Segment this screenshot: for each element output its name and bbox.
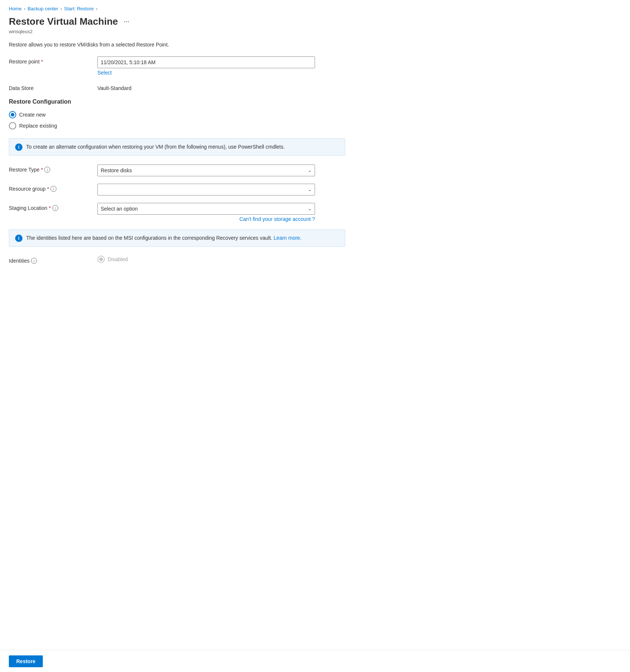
data-store-label: Data Store (9, 83, 97, 91)
page-title: Restore Virtual Machine (9, 16, 118, 27)
radio-create-new-circle (9, 111, 16, 118)
restore-button[interactable]: Restore (9, 655, 43, 667)
restore-type-dropdown-value: Restore disks (101, 167, 132, 173)
identities-disabled-radio: Disabled (97, 256, 345, 263)
radio-create-new-label: Create new (19, 112, 46, 118)
breadcrumb: Home › Backup center › Start: Restore › (9, 6, 345, 11)
restore-configuration-heading: Restore Configuration (9, 98, 345, 105)
restore-point-field-group: Select (97, 56, 345, 76)
footer-bar: Restore (0, 650, 630, 672)
restore-type-dropdown[interactable]: Restore disks ⌄ (97, 164, 315, 176)
resource-group-info-icon: i (51, 186, 56, 192)
breadcrumb-sep-1: › (24, 6, 25, 11)
staging-location-chevron-icon: ⌄ (308, 206, 312, 211)
breadcrumb-backup-center[interactable]: Backup center (28, 6, 58, 11)
page-title-row: Restore Virtual Machine ··· (9, 16, 345, 27)
restore-point-label: Restore point * (9, 56, 97, 65)
info-banner-2: i The identities listed here are based o… (9, 229, 345, 247)
identities-info-icon: i (31, 258, 37, 264)
breadcrumb-sep-3: › (96, 6, 97, 11)
info-banner-1-icon: i (15, 143, 22, 151)
radio-create-new[interactable]: Create new (9, 111, 345, 118)
page-subtitle: winsqleus2 (9, 29, 345, 34)
data-store-row: Data Store Vault-Standard (9, 83, 345, 91)
radio-replace-existing[interactable]: Replace existing (9, 122, 345, 129)
staging-location-row: Staging Location * i Select an option ⌄ … (9, 203, 345, 222)
staging-location-info-icon: i (52, 205, 58, 211)
restore-type-row: Restore Type * i Restore disks ⌄ (9, 164, 345, 176)
identities-label: Identities i (9, 256, 97, 264)
resource-group-dropdown[interactable]: ⌄ (97, 184, 315, 195)
ellipsis-button[interactable]: ··· (122, 17, 132, 26)
resource-group-row: Resource group * i ⌄ (9, 184, 345, 195)
restore-point-required: * (41, 59, 43, 65)
restore-point-row: Restore point * Select (9, 56, 345, 76)
page-description: Restore allows you to restore VM/disks f… (9, 42, 345, 48)
resource-group-label: Resource group * i (9, 184, 97, 192)
identities-row: Identities i Disabled (9, 256, 345, 264)
resource-group-chevron-icon: ⌄ (308, 187, 312, 192)
staging-location-field-group: Select an option ⌄ Can't find your stora… (97, 203, 345, 222)
staging-location-dropdown[interactable]: Select an option ⌄ (97, 203, 315, 215)
restore-type-chevron-icon: ⌄ (308, 168, 312, 173)
breadcrumb-start-restore[interactable]: Start: Restore (64, 6, 94, 11)
staging-location-dropdown-value: Select an option (101, 206, 138, 212)
identities-disabled-label: Disabled (108, 256, 128, 262)
radio-replace-existing-label: Replace existing (19, 123, 57, 129)
learn-more-link[interactable]: Learn more. (274, 235, 301, 241)
breadcrumb-sep-2: › (60, 6, 62, 11)
cant-find-storage-link[interactable]: Can't find your storage account ? (97, 216, 315, 222)
restore-configuration-radio-group: Create new Replace existing (9, 111, 345, 129)
staging-location-label: Staging Location * i (9, 203, 97, 211)
restore-type-required: * (41, 167, 43, 173)
radio-replace-existing-circle (9, 122, 16, 129)
restore-point-input[interactable] (97, 56, 315, 68)
info-banner-1-text: To create an alternate configuration whe… (26, 143, 285, 151)
restore-point-select-link[interactable]: Select (97, 70, 345, 76)
resource-group-required: * (47, 186, 49, 192)
restore-type-info-icon: i (44, 167, 50, 173)
staging-location-required: * (49, 205, 51, 211)
info-banner-2-text: The identities listed here are based on … (26, 234, 301, 242)
data-store-value: Vault-Standard (97, 83, 345, 91)
identities-radio-circle (97, 256, 105, 263)
breadcrumb-home[interactable]: Home (9, 6, 22, 11)
info-banner-2-icon: i (15, 235, 22, 242)
info-banner-1: i To create an alternate configuration w… (9, 138, 345, 156)
restore-type-label: Restore Type * i (9, 164, 97, 173)
